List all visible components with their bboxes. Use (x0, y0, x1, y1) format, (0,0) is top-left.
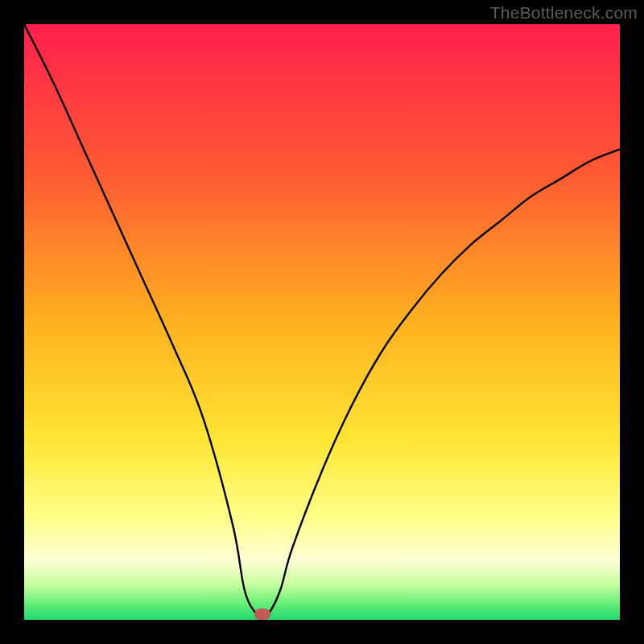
bottleneck-curve (24, 24, 620, 620)
optimum-marker (254, 609, 270, 620)
watermark: TheBottleneck.com (490, 3, 638, 23)
frame: TheBottleneck.com (0, 0, 644, 644)
plot-area (24, 24, 620, 620)
